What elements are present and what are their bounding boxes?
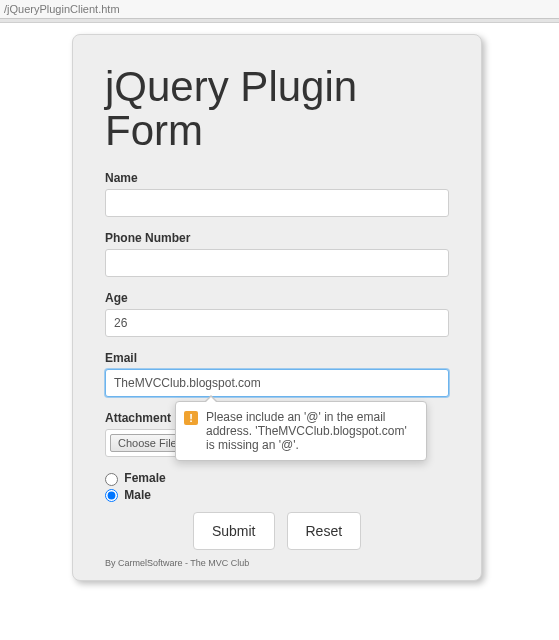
input-name[interactable] <box>105 189 449 217</box>
submit-button[interactable]: Submit <box>193 512 275 550</box>
input-email[interactable] <box>105 369 449 397</box>
label-male: Male <box>124 488 151 502</box>
toolbar-divider <box>0 19 559 23</box>
browser-address-fragment: /jQueryPluginClient.htm <box>0 0 559 19</box>
url-path: /jQueryPluginClient.htm <box>4 0 120 18</box>
input-age[interactable] <box>105 309 449 337</box>
field-age: Age <box>105 291 449 337</box>
label-age: Age <box>105 291 449 305</box>
label-email: Email <box>105 351 449 365</box>
choose-file-button[interactable]: Choose File <box>110 434 185 452</box>
label-phone: Phone Number <box>105 231 449 245</box>
field-email: Email ! Please include an '@' in the ema… <box>105 351 449 397</box>
radio-male[interactable] <box>105 489 118 502</box>
button-row: Submit Reset <box>105 512 449 550</box>
validation-tooltip: ! Please include an '@' in the email add… <box>175 401 427 461</box>
label-female: Female <box>124 471 165 485</box>
validation-message: Please include an '@' in the email addre… <box>206 410 407 452</box>
radio-male-row[interactable]: Male <box>105 488 449 502</box>
form-card: jQuery Plugin Form Name Phone Number Age… <box>72 34 482 581</box>
page-title: jQuery Plugin Form <box>105 65 449 153</box>
input-phone[interactable] <box>105 249 449 277</box>
field-phone: Phone Number <box>105 231 449 277</box>
credit-text: By CarmelSoftware - The MVC Club <box>105 558 449 568</box>
radio-female[interactable] <box>105 473 118 486</box>
warning-icon: ! <box>184 411 198 425</box>
label-name: Name <box>105 171 449 185</box>
radio-female-row[interactable]: Female <box>105 471 449 485</box>
field-name: Name <box>105 171 449 217</box>
reset-button[interactable]: Reset <box>287 512 362 550</box>
